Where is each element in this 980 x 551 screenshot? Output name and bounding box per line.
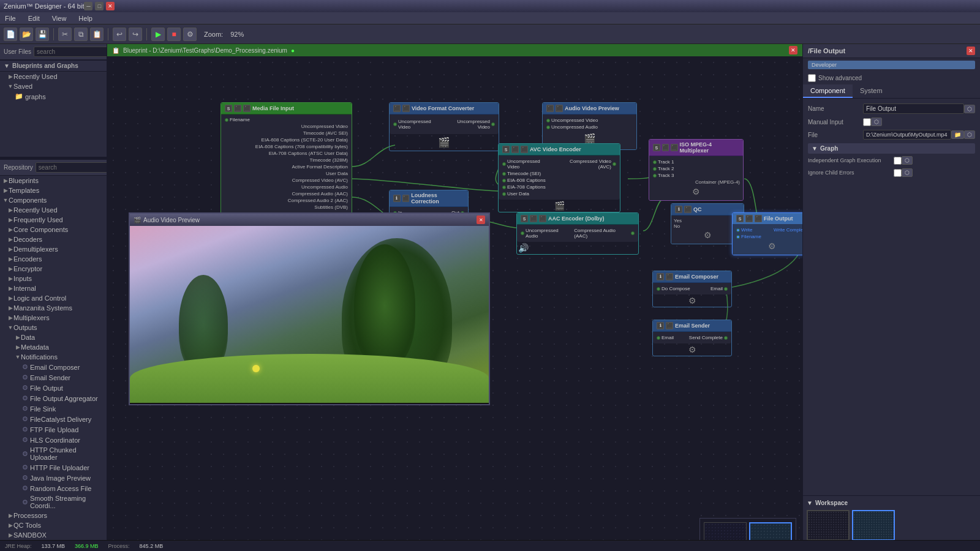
name-expand-btn[interactable]: ⬡ xyxy=(964,105,975,113)
hls-coordinator-item[interactable]: ⚙ HLS Coordinator xyxy=(0,435,107,445)
menu-view[interactable]: View xyxy=(50,15,69,22)
recently-used-header[interactable]: ▶ Recently Used xyxy=(0,72,107,81)
blueprint-close-button[interactable]: ✕ xyxy=(789,46,797,54)
stop-button[interactable]: ■ xyxy=(167,28,181,41)
avc-btn-i[interactable]: ⬛ xyxy=(511,146,519,153)
workspace-header[interactable]: ▼ Workspace xyxy=(807,500,976,506)
lc-btn-e[interactable]: ⬛ xyxy=(402,195,410,202)
node-btn-e[interactable]: ⬛ xyxy=(243,105,251,112)
ftp-upload-item[interactable]: ⚙ FTP File Upload xyxy=(0,424,107,435)
independent-expand-btn[interactable]: ⬡ xyxy=(902,156,913,165)
node-btn-s[interactable]: S xyxy=(225,105,232,112)
iso-mpeg4-node[interactable]: S ⬛ ⬛ ISO MPEG-4 Multiplexer Track 1 Tra… xyxy=(649,139,744,201)
show-advanced-checkbox[interactable] xyxy=(808,74,816,82)
avp-btn-i[interactable]: ⬛ xyxy=(546,105,554,112)
cut-button[interactable]: ✂ xyxy=(58,28,72,41)
email-composer-item[interactable]: ⚙ Email Composer xyxy=(0,362,107,372)
file-sink-item[interactable]: ⚙ File Sink xyxy=(0,403,107,414)
node-btn-i[interactable]: ⬛ xyxy=(234,105,241,112)
file-output-node[interactable]: S ⬛ ⬛ File Output Write Write Complete F… xyxy=(732,212,802,255)
menu-edit[interactable]: Edit xyxy=(26,15,42,22)
encoders-item[interactable]: ▶ Encoders xyxy=(0,254,107,264)
http-chunked-item[interactable]: ⚙ HTTP Chunked Uploader xyxy=(0,445,107,462)
user-files-search[interactable] xyxy=(34,47,107,57)
inputs-item[interactable]: ▶ Inputs xyxy=(0,274,107,283)
preview-window[interactable]: 🎬 Audio Video Preview ✕ xyxy=(129,212,490,405)
internal-item[interactable]: ▶ Internal xyxy=(0,283,107,293)
qc-tools-item[interactable]: ▶ QC Tools xyxy=(0,520,107,530)
file-browse-btn[interactable]: 📁 xyxy=(951,130,964,139)
file-output-item[interactable]: ⚙ File Output xyxy=(0,383,107,393)
blueprint-canvas[interactable]: S ⬛ ⬛ Media File Input Filename Uncompre… xyxy=(107,56,802,551)
avp-btn-e[interactable]: ⬛ xyxy=(556,105,563,112)
file-input[interactable] xyxy=(863,130,951,140)
aac-encoder-node[interactable]: S ⬛ ⬛ AAC Encoder (Dolby) Uncompressed A… xyxy=(516,212,639,255)
ignore-errors-checkbox[interactable] xyxy=(894,169,902,177)
core-components-item[interactable]: ▶ Core Components xyxy=(0,225,107,234)
es-btn-e[interactable]: ⬛ xyxy=(666,322,673,329)
notifications-item[interactable]: ▼ Notifications xyxy=(0,352,107,362)
copy-button[interactable]: ⧉ xyxy=(74,28,88,41)
manual-input-checkbox[interactable] xyxy=(863,118,871,126)
frequently-used-item[interactable]: ▶ Frequently Used xyxy=(0,215,107,225)
manzanita-item[interactable]: ▶ Manzanita Systems xyxy=(0,303,107,313)
vfc-btn-e[interactable]: ⬛ xyxy=(402,105,410,112)
ec-btn-e[interactable]: ⬛ xyxy=(666,273,673,280)
qc-btn-e[interactable]: ⬛ xyxy=(684,206,692,213)
random-access-item[interactable]: ⚙ Random Access File xyxy=(0,483,107,493)
ec-btn-i[interactable]: ℹ xyxy=(657,273,664,280)
close-button[interactable]: ✕ xyxy=(106,2,115,10)
aac-btn-i[interactable]: ⬛ xyxy=(530,215,537,222)
new-button[interactable]: 📄 xyxy=(4,28,17,41)
smooth-streaming-item[interactable]: ⚙ Smooth Streaming Coordi... xyxy=(0,493,107,511)
settings-button[interactable]: ⚙ xyxy=(183,28,197,41)
sandbox-item[interactable]: ▶ SANDBOX xyxy=(0,530,107,540)
iso-btn-s[interactable]: S xyxy=(653,144,660,151)
data-item[interactable]: ▶ Data xyxy=(0,332,107,342)
open-button[interactable]: 📂 xyxy=(20,28,33,41)
menu-file[interactable]: File xyxy=(2,15,18,22)
decoders-item[interactable]: ▶ Decoders xyxy=(0,234,107,244)
graph-section-header[interactable]: ▼ Graph xyxy=(808,143,975,154)
avc-encoder-node[interactable]: S ⬛ ⬛ AVC Video Encoder Uncompressed Vid… xyxy=(498,143,620,212)
metadata-item[interactable]: ▶ Metadata xyxy=(0,342,107,352)
minimize-button[interactable]: ─ xyxy=(84,2,92,10)
video-format-converter-node[interactable]: ⬛ ⬛ Video Format Converter Uncompressed … xyxy=(389,102,499,151)
outputs-item[interactable]: ▼ Outputs xyxy=(0,323,107,332)
aac-btn-e[interactable]: ⬛ xyxy=(539,215,546,222)
undo-button[interactable]: ↩ xyxy=(113,28,126,41)
components-header[interactable]: ▼ Components xyxy=(0,195,107,205)
repo-search-input[interactable] xyxy=(36,162,107,173)
fo-btn-e[interactable]: ⬛ xyxy=(755,215,762,222)
ignore-expand-btn[interactable]: ⬡ xyxy=(902,168,913,177)
demultiplexers-item[interactable]: ▶ Demultiplexers xyxy=(0,244,107,254)
fo-btn-i[interactable]: ⬛ xyxy=(745,215,753,222)
workspace-thumb-1[interactable] xyxy=(807,510,850,541)
email-sender-node[interactable]: ℹ ⬛ Email Sender Email Send Complete ⚙ xyxy=(652,320,732,356)
vfc-btn-i[interactable]: ⬛ xyxy=(393,105,401,112)
es-btn-i[interactable]: ℹ xyxy=(657,322,664,329)
file-catalyst-item[interactable]: ⚙ FileCatalyst Delivery xyxy=(0,414,107,424)
aac-btn-s[interactable]: S xyxy=(521,215,528,222)
manual-expand-btn[interactable]: ⬡ xyxy=(871,118,882,126)
email-sender-item[interactable]: ⚙ Email Sender xyxy=(0,372,107,383)
blueprints-item[interactable]: ▶ Blueprints xyxy=(0,176,107,186)
recently-used-comp[interactable]: ▶ Recently Used xyxy=(0,205,107,215)
independent-exec-checkbox[interactable] xyxy=(894,157,902,165)
avc-btn-e[interactable]: ⬛ xyxy=(521,146,528,153)
multiplexers-item[interactable]: ▶ Multiplexers xyxy=(0,313,107,323)
name-input[interactable] xyxy=(863,103,964,114)
fo-btn-s[interactable]: S xyxy=(736,215,744,222)
iso-btn-e[interactable]: ⬛ xyxy=(671,144,678,151)
menu-help[interactable]: Help xyxy=(76,15,95,22)
tab-component[interactable]: Component xyxy=(803,84,853,98)
avc-btn-s[interactable]: S xyxy=(502,146,510,153)
iso-btn-i[interactable]: ⬛ xyxy=(662,144,669,151)
logic-control-item[interactable]: ▶ Logic and Control xyxy=(0,293,107,303)
java-preview-item[interactable]: ⚙ Java Image Preview xyxy=(0,473,107,483)
paste-button[interactable]: 📋 xyxy=(90,28,104,41)
run-button[interactable]: ▶ xyxy=(151,28,165,41)
workspace-thumb-2[interactable] xyxy=(852,510,895,541)
qc-btn-i[interactable]: ℹ xyxy=(675,206,682,213)
tab-system[interactable]: System xyxy=(853,84,890,98)
